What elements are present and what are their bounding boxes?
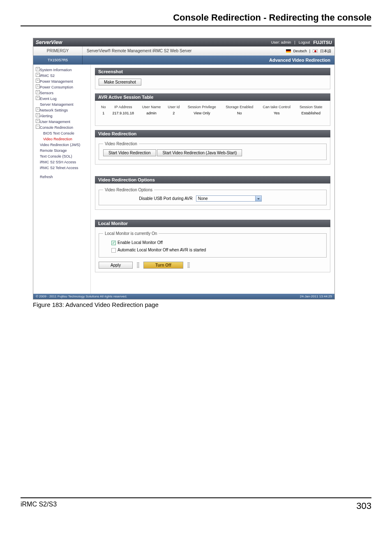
logout-link[interactable]: Logout [299,40,310,44]
col-no: No [99,104,108,110]
cell-no: 1 [99,110,108,116]
figure-caption: Figure 183: Advanced Video Redirection p… [33,301,371,308]
col-state: Session State [295,104,327,110]
start-video-redirection-jws-button[interactable]: Start Video Redirection (Java Web-Start) [157,149,242,156]
footer-left: iRMC S2/S3 [21,501,57,511]
sidebar-item-refresh[interactable]: Refresh [36,174,89,180]
user-label: User: admin [271,40,291,44]
col-userid: User Id [165,104,183,110]
cell-storage: No [221,110,258,116]
disable-usb-label: Disable USB Port during AVR [139,196,192,201]
apply-button[interactable]: Apply [99,262,133,269]
col-privilege: Session Privilege [183,104,221,110]
app-footer: © 2009 - 2011 Fujitsu Technology Solutio… [33,294,334,299]
fieldset-legend: Video Redirection Options [103,188,154,192]
disable-usb-select[interactable]: None [196,195,262,202]
panel-title-video-redirection: Video Redirection [95,130,330,137]
context-bar: TX150S7R5 Advanced Video Redirection [33,56,334,65]
sidebar-item-power-consumption[interactable]: Power Consumption [36,84,89,90]
sidebar-item-server-management[interactable]: Server Management [36,102,89,107]
cell-username: admin [138,110,164,116]
checkbox-label: Enable Local Monitor Off [118,240,163,245]
video-redirection-options-fieldset: Video Redirection Options Disable USB Po… [99,188,327,205]
panel-title-video-redirection-options: Video Redirection Options [95,176,330,183]
sidebar-item-text-console-sol[interactable]: Text Console (SOL) [36,153,89,159]
enable-local-monitor-off-checkbox[interactable]: ✓ [111,241,116,245]
auto-local-monitor-off-checkbox[interactable]: ✓ [111,248,116,253]
sidebar-item-power-management[interactable]: Power Management [36,79,89,84]
col-control: Can take Control [258,104,295,110]
divider: | [309,49,310,53]
cell-ip: 217.9.101.18 [108,110,138,116]
turn-off-button[interactable]: Turn Off [143,262,183,269]
table-row: 1 217.9.101.18 admin 2 View Only No Yes … [99,110,327,116]
panel-title-local-monitor: Local Monitor [95,220,330,227]
sidebar-item-alerting[interactable]: Alerting [36,113,89,119]
start-video-redirection-button[interactable]: Start Video Redirection [103,149,156,156]
sidebar-item-console-redirection[interactable]: Console Redirection [36,125,89,130]
col-ip: IP Address [108,104,138,110]
brand-label: FUJITSU [313,40,332,45]
page-title: Console Redirection - Redirecting the co… [21,12,371,26]
col-storage: Storage Enabled [221,104,258,110]
japan-flag-icon [313,49,318,53]
make-screenshot-button[interactable]: Make Screenshot [99,79,141,86]
sidebar-item-video-redirection-jws[interactable]: Video Redirection (JWS) [36,142,89,148]
server-name: TX150S7R5 [33,56,83,65]
footer-right: 303 [356,501,371,511]
sidebar-item-irmc-s2[interactable]: iRMC S2 [36,73,89,79]
sidebar-item-ssh-access[interactable]: iRMC S2 SSH Access [36,159,89,165]
panel-title-screenshot: Screenshot [95,68,330,75]
panel-title-avr-sessions: AVR Active Session Table [95,93,330,101]
fieldset-legend: Local Monitor is currently On [103,231,159,236]
checkbox-label: Automatic Local Monitor Off when AVR is … [118,248,206,252]
screenshot-figure: ServerView User: admin | Logout FUJITSU … [33,38,335,300]
serverview-logo: ServerView [36,39,62,45]
fieldset-legend: Video Redirection [103,142,139,146]
header-row: PRIMERGY ServerView® Remote Management i… [33,46,334,56]
video-redirection-fieldset: Video Redirection Start Video Redirectio… [99,142,327,160]
sidebar-item-bios-text-console[interactable]: BIOS Text Console [36,130,89,136]
sidebar-nav: System Information iRMC S2 Power Managem… [33,65,91,294]
cell-privilege: View Only [183,110,221,116]
timestamp-text: 24-Jan-2011 13:44:25 [300,295,332,298]
avr-session-table: No IP Address User Name User Id Session … [99,104,327,116]
cell-userid: 2 [165,110,183,116]
local-monitor-fieldset: Local Monitor is currently On ✓Enable Lo… [99,231,327,258]
sidebar-item-event-log[interactable]: Event Log [36,96,89,102]
sidebar-item-telnet-access[interactable]: iRMC S2 Telnet Access [36,165,89,171]
lang-jp-link[interactable]: 日本語 [320,49,331,54]
col-username: User Name [138,104,164,110]
sidebar-item-sensors[interactable]: Sensors [36,90,89,96]
sidebar-item-system-information[interactable]: System Information [36,67,89,73]
sidebar-item-user-management[interactable]: User Management [36,119,89,125]
sidebar-item-network-settings[interactable]: Network Settings [36,107,89,113]
page-footer: iRMC S2/S3 303 [21,497,371,511]
cell-state: Established [295,110,327,116]
sidebar-item-remote-storage[interactable]: Remote Storage [36,148,89,153]
subtitle-label: ServerView® Remote Management iRMC S2 We… [83,46,286,56]
sidebar-item-video-redirection[interactable]: Video Redirection [36,136,89,142]
resize-grip-icon[interactable] [137,262,139,268]
german-flag-icon [286,49,291,53]
lang-de-link[interactable]: Deutsch [293,49,307,53]
product-label: PRIMERGY [33,46,83,56]
page-section-title: Advanced Video Redirection [83,56,334,65]
cell-control: Yes [258,110,295,116]
copyright-text: © 2009 - 2011 Fujitsu Technology Solutio… [36,295,127,298]
divider: | [294,40,295,44]
resize-grip-icon[interactable] [187,262,190,268]
topbar: ServerView User: admin | Logout FUJITSU [33,38,334,46]
